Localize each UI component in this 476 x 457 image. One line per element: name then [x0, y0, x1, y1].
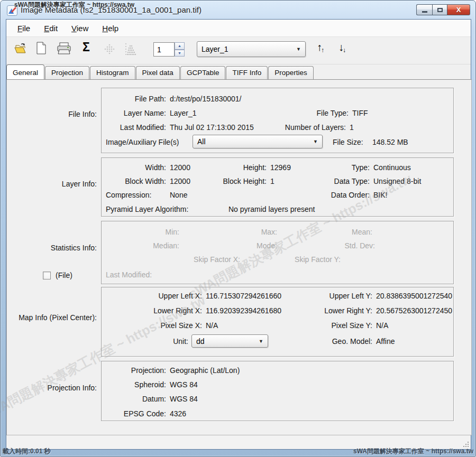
- open-file-button[interactable]: [14, 43, 26, 54]
- aux-files-select[interactable]: All ▼: [193, 135, 323, 148]
- file-path-label: File Path:: [102, 95, 166, 104]
- layer-number-spinner: ▲ ▼: [175, 42, 185, 57]
- datum-value: WGS 84: [170, 395, 198, 404]
- tab-histogram[interactable]: Histogram: [90, 66, 135, 79]
- toolbar: Σ 1 ▲: [6, 37, 471, 64]
- unit-select-value: dd: [196, 337, 205, 346]
- new-file-button[interactable]: [36, 42, 46, 54]
- block-height-label: Block Height:: [203, 177, 267, 186]
- lower-right-y-value: 20.5675263001272450: [376, 306, 452, 315]
- max-label: Max:: [213, 228, 277, 237]
- file-type-value: TIFF: [352, 109, 368, 118]
- data-type-label: Data Type:: [306, 177, 370, 186]
- skip-factor-y-label: Skip Factor Y:: [276, 255, 341, 264]
- app-icon: [7, 5, 17, 16]
- window-controls: X: [416, 4, 470, 15]
- menu-help[interactable]: Help: [95, 22, 125, 35]
- titlebar[interactable]: Image Metadata (fs2_151830001_1a_0001_pa…: [1, 1, 475, 19]
- file-info-group: File Path: d:/test/po/151830001/ Layer N…: [101, 88, 454, 153]
- geo-model-value: Affine: [376, 337, 395, 346]
- tab-properties[interactable]: Properties: [268, 66, 314, 79]
- close-icon: X: [456, 6, 461, 14]
- file-statistics-checkbox-label: (File): [56, 271, 72, 280]
- upper-left-x-value: 116.715307294261660: [206, 292, 281, 301]
- projection-info-group: Projection: Geographic (Lat/Lon) Spheroi…: [101, 361, 454, 421]
- number-of-layers-label: Number of Layers:: [282, 123, 346, 132]
- file-type-label: File Type:: [287, 109, 349, 118]
- menu-view[interactable]: View: [65, 22, 95, 35]
- statistics-info-group: Min: Max: Mean: Median: Mode: Std. Dev: …: [101, 221, 454, 284]
- width-value: 12000: [170, 163, 190, 172]
- epsg-code-value: 4326: [170, 409, 186, 418]
- map-info-group: Upper Left X: 116.715307294261660 Upper …: [101, 287, 454, 357]
- menu-edit[interactable]: Edit: [37, 22, 65, 35]
- dialog-content: File Edit View Help Σ: [6, 19, 471, 450]
- projection-value: Geographic (Lat/Lon): [170, 366, 240, 375]
- projection-label: Projection:: [102, 366, 166, 375]
- spinner-down-button[interactable]: ▼: [175, 50, 185, 57]
- statistics-info-section-label: Statistics Info:: [7, 244, 97, 252]
- image-metadata-window: Image Metadata (fs2_151830001_1a_0001_pa…: [0, 0, 476, 457]
- last-modified-value: Thu Jul 02 17:13:00 2015: [170, 123, 254, 132]
- pixel-size-y-label: Pixel Size Y:: [303, 321, 372, 330]
- layer-info-group: Width: 12000 Height: 12969 Type: Continu…: [101, 157, 454, 217]
- projection-info-section-label: Projection Info:: [7, 384, 97, 392]
- statistics-sigma-button[interactable]: Σ: [83, 40, 90, 54]
- aux-files-select-value: All: [197, 137, 206, 146]
- spheroid-value: WGS 84: [170, 380, 198, 389]
- file-statistics-checkbox[interactable]: [43, 272, 51, 279]
- lower-right-y-label: Lower Right Y:: [303, 306, 372, 315]
- number-of-layers-value: 1: [350, 123, 354, 132]
- raise-layer-button[interactable]: ↑↑: [317, 41, 325, 53]
- file-path-value: d:/test/po/151830001/: [170, 95, 241, 104]
- chevron-down-icon: ▼: [259, 339, 263, 344]
- resize-grip[interactable]: [462, 441, 470, 448]
- tab-general[interactable]: General: [6, 64, 44, 79]
- file-info-section-label: File Info:: [7, 110, 97, 118]
- tab-bar: General Projection Histogram Pixel data …: [6, 65, 471, 79]
- unit-label: Unit:: [102, 337, 188, 346]
- pixel-size-x-label: Pixel Size X:: [102, 321, 202, 330]
- block-width-label: Block Width:: [102, 177, 166, 186]
- lower-layer-button[interactable]: ↓↓: [338, 41, 347, 53]
- tab-pixel-data[interactable]: Pixel data: [136, 66, 180, 79]
- histogram-icon-disabled: [124, 42, 138, 55]
- chevron-down-icon: ▼: [313, 139, 318, 144]
- chevron-down-icon: ▼: [296, 46, 301, 52]
- block-height-value: 1: [270, 177, 274, 186]
- height-label: Height:: [203, 163, 267, 172]
- datum-label: Datum:: [102, 395, 166, 404]
- map-info-section-label: Map Info (Pixel Center):: [7, 313, 97, 322]
- type-label: Type:: [306, 163, 370, 172]
- lower-right-x-label: Lower Right X:: [102, 306, 202, 315]
- mode-label: Mode:: [213, 241, 277, 250]
- close-button[interactable]: X: [447, 4, 470, 15]
- pixel-size-y-value: N/A: [376, 321, 388, 330]
- aux-files-label: Image/Auxiliary File(s): [106, 138, 179, 147]
- layer-select[interactable]: Layer_1 ▼: [197, 41, 306, 57]
- maximize-button[interactable]: [432, 4, 447, 15]
- minimize-button[interactable]: [416, 4, 432, 15]
- type-value: Continuous: [373, 163, 411, 172]
- upper-left-y-value: 20.8386395001272540: [376, 292, 452, 301]
- height-value: 12969: [270, 163, 291, 172]
- tab-projection[interactable]: Projection: [45, 66, 89, 79]
- layer-info-section-label: Layer Info:: [7, 180, 97, 188]
- menu-file[interactable]: File: [11, 22, 37, 35]
- median-label: Median:: [115, 241, 179, 250]
- geo-model-label: Geo. Model:: [303, 337, 372, 346]
- compression-value: None: [170, 191, 187, 200]
- layer-name-value: Layer_1: [170, 109, 197, 118]
- tab-tiff-info[interactable]: TIFF Info: [226, 66, 268, 79]
- mean-label: Mean:: [308, 228, 372, 237]
- tab-gcptable[interactable]: GCPTable: [180, 66, 226, 79]
- print-button[interactable]: [57, 42, 71, 55]
- spinner-up-button[interactable]: ▲: [175, 42, 185, 50]
- unit-select[interactable]: dd ▼: [191, 334, 268, 348]
- data-order-value: BIK!: [373, 191, 387, 200]
- pyramid-layers-icon-disabled: [103, 43, 116, 55]
- pyramid-algorithm-label: Pyramid Layer Algorithm:: [106, 205, 188, 214]
- layer-number-input[interactable]: 1: [153, 42, 175, 57]
- width-label: Width:: [102, 163, 166, 172]
- lower-right-x-value: 116.920392394261680: [206, 306, 281, 315]
